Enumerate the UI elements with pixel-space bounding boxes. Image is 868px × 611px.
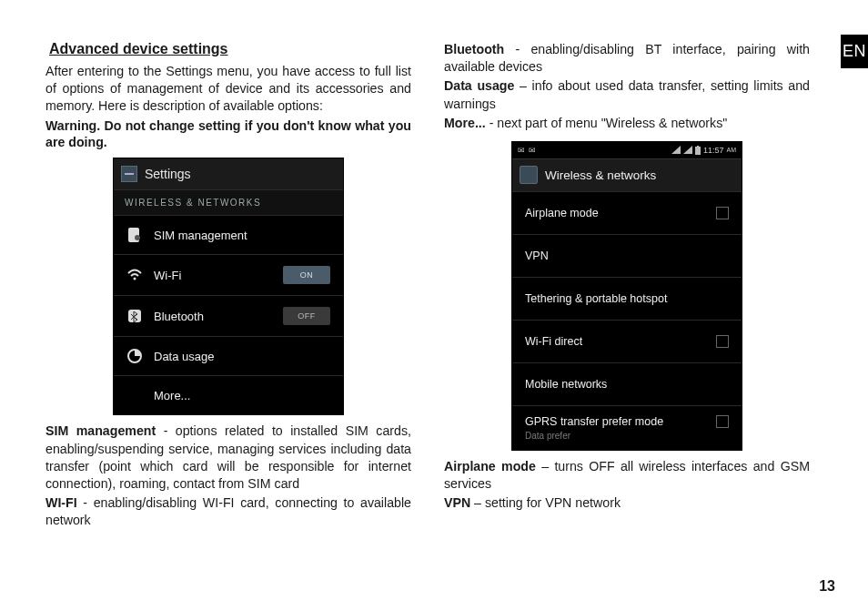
signal-icon	[683, 146, 692, 154]
row-label: Data usage	[154, 350, 330, 363]
settings-subheader: WIRELESS & NETWORKS	[114, 189, 343, 215]
def-airplane: Airplane mode – turns OFF all wireless i…	[444, 458, 810, 493]
row-label: GPRS transfer prefer mode	[525, 415, 716, 428]
checkbox[interactable]	[716, 415, 729, 428]
checkbox[interactable]	[716, 207, 729, 219]
page-number: 13	[819, 578, 835, 595]
battery-icon	[695, 146, 701, 155]
screenshot-wireless-wrap: ✉ ✉ 11:57 AM	[444, 141, 810, 451]
row-label: Tethering & portable hotspot	[525, 292, 729, 305]
svg-rect-5	[695, 147, 701, 155]
intro-paragraph: After entering to the Settings menu, you…	[45, 63, 411, 116]
row-wifi-direct[interactable]: Wi-Fi direct	[512, 320, 742, 362]
svg-point-2	[134, 278, 136, 280]
def-data-usage: Data usage – info about used data transf…	[444, 77, 810, 112]
language-badge: EN	[841, 35, 868, 68]
row-tethering[interactable]: Tethering & portable hotspot	[512, 277, 742, 320]
data-usage-icon	[126, 348, 143, 364]
wireless-title-text: Wireless & networks	[545, 168, 656, 182]
statusbar: ✉ ✉ 11:57 AM	[512, 142, 742, 158]
def-wifi: WI-FI - enabling/disabling WI-FI card, c…	[45, 494, 411, 529]
def-sim: SIM management - options related to inst…	[45, 423, 411, 493]
row-label: SIM management	[154, 229, 330, 242]
settings-icon	[520, 166, 538, 184]
signal-icon	[671, 146, 681, 154]
svg-rect-6	[697, 146, 699, 147]
bluetooth-icon	[126, 308, 143, 324]
spacer-icon	[126, 387, 143, 403]
row-sublabel: Data prefer	[525, 431, 570, 441]
clock-text: 11:57	[703, 146, 724, 155]
wifi-icon	[126, 267, 143, 283]
row-more[interactable]: More...	[114, 375, 343, 414]
row-label: More...	[154, 389, 330, 402]
row-airplane[interactable]: Airplane mode	[512, 191, 742, 234]
def-vpn: VPN – setting for VPN network	[444, 494, 810, 512]
row-vpn[interactable]: VPN	[512, 234, 742, 277]
row-label: VPN	[525, 249, 729, 262]
screenshot-settings: Settings WIRELESS & NETWORKS SIM managem…	[113, 158, 344, 415]
row-data-usage[interactable]: Data usage	[114, 336, 343, 375]
checkbox[interactable]	[716, 335, 729, 348]
row-label: Wi-Fi direct	[525, 335, 716, 348]
row-sim-management[interactable]: SIM management	[114, 215, 343, 254]
def-bluetooth: Bluetooth - enabling/disabling BT interf…	[444, 41, 810, 76]
wifi-toggle[interactable]: ON	[283, 266, 330, 284]
section-heading: Advanced device settings	[45, 41, 411, 57]
row-wifi[interactable]: Wi-Fi ON	[114, 254, 343, 295]
settings-title-text: Settings	[145, 167, 191, 181]
def-more: More... - next part of menu "Wireless & …	[444, 115, 810, 132]
row-label: Airplane mode	[525, 207, 716, 219]
wireless-titlebar: Wireless & networks	[512, 158, 742, 191]
bluetooth-toggle[interactable]: OFF	[283, 307, 330, 325]
row-mobile-networks[interactable]: Mobile networks	[512, 362, 742, 405]
right-column: Bluetooth - enabling/disabling BT interf…	[444, 41, 810, 593]
clock-ampm: AM	[727, 147, 737, 153]
sim-icon	[126, 227, 143, 243]
screenshot-settings-wrap: Settings WIRELESS & NETWORKS SIM managem…	[45, 158, 411, 415]
settings-titlebar: Settings	[114, 158, 343, 189]
row-gprs[interactable]: GPRS transfer prefer mode Data prefer	[512, 405, 742, 450]
row-label: Bluetooth	[154, 310, 272, 323]
left-column: Advanced device settings After entering …	[45, 41, 411, 593]
notif-icon: ✉	[518, 146, 525, 155]
row-label: Wi-Fi	[154, 269, 272, 282]
notif-icon: ✉	[529, 146, 536, 155]
warning-text: Warning. Do not change setting if you do…	[45, 117, 411, 151]
svg-point-1	[135, 235, 140, 240]
row-label: Mobile networks	[525, 378, 729, 391]
settings-icon	[121, 166, 137, 182]
screenshot-wireless: ✉ ✉ 11:57 AM	[511, 141, 742, 451]
row-bluetooth[interactable]: Bluetooth OFF	[114, 295, 343, 336]
